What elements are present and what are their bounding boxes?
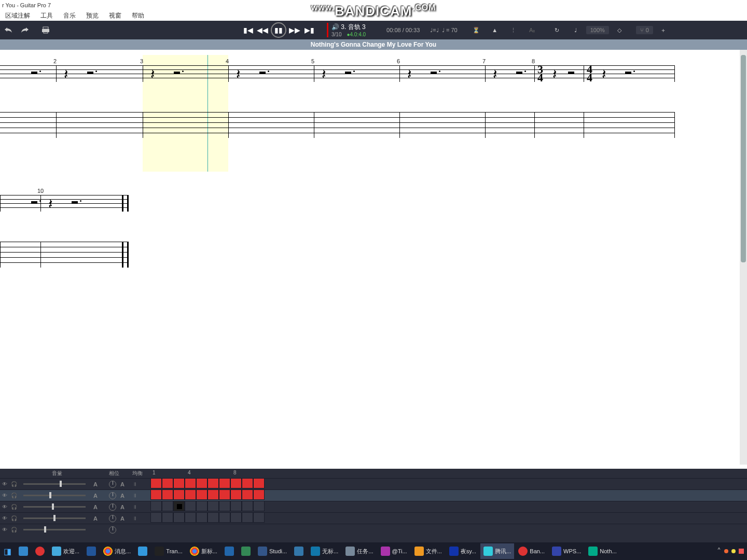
grid-cell[interactable] xyxy=(173,478,185,488)
grid-cell[interactable] xyxy=(230,478,242,488)
loop-icon[interactable]: ↻ xyxy=(550,23,564,37)
volume-slider[interactable] xyxy=(23,495,86,496)
vertical-scrollbar[interactable] xyxy=(740,50,747,465)
menu-help[interactable]: 帮助 xyxy=(127,10,149,21)
volume-slider[interactable] xyxy=(23,529,86,530)
grid-cell[interactable] xyxy=(185,501,196,511)
grid-cell[interactable] xyxy=(219,512,230,523)
track-row[interactable]: 👁🎧 xyxy=(0,524,747,535)
automation-icon[interactable]: A xyxy=(120,481,125,487)
eq-icon[interactable]: ⫴ xyxy=(134,493,136,499)
automation-icon[interactable]: A xyxy=(93,504,98,510)
menu-window[interactable]: 视窗 xyxy=(104,10,127,21)
taskbar-item[interactable]: 任务... xyxy=(342,543,376,559)
taskbar-item[interactable] xyxy=(222,543,237,559)
headphone-icon[interactable]: 🎧 xyxy=(10,481,18,488)
headphone-icon[interactable]: 🎧 xyxy=(10,503,18,511)
taskbar-item[interactable]: 无标... xyxy=(308,543,341,559)
pan-knob[interactable] xyxy=(109,492,116,499)
visibility-icon[interactable]: 👁 xyxy=(1,526,8,534)
start-button[interactable]: ◨ xyxy=(1,543,15,559)
grid-cell[interactable] xyxy=(173,512,185,523)
pan-knob[interactable] xyxy=(109,526,116,534)
countdown-icon[interactable]: ▲ xyxy=(488,23,502,37)
taskbar-item[interactable]: @Ti... xyxy=(378,543,410,559)
eq-icon[interactable]: ⫴ xyxy=(134,481,136,487)
automation-icon[interactable]: A xyxy=(93,515,98,522)
grid-cell[interactable] xyxy=(150,478,162,488)
taskbar-item[interactable]: 消息... xyxy=(100,543,134,559)
grid-cell[interactable] xyxy=(242,478,253,488)
tray-icon[interactable] xyxy=(739,549,744,554)
add-icon[interactable]: ＋ xyxy=(656,23,671,37)
taskbar-item[interactable] xyxy=(84,543,99,559)
more-icon[interactable]: ⋮ xyxy=(506,23,521,37)
grid-cell[interactable] xyxy=(242,512,253,523)
taskbar-item[interactable]: 夜sy... xyxy=(446,543,479,559)
automation-icon[interactable]: A xyxy=(120,504,125,510)
taskbar-item[interactable]: 欢迎... xyxy=(49,543,82,559)
metronome-icon[interactable]: ⏳ xyxy=(469,23,483,37)
zoom-level[interactable]: 100% xyxy=(586,26,609,34)
grid-cell[interactable] xyxy=(150,501,162,511)
scrollbar-thumb[interactable] xyxy=(741,55,746,262)
pause-button[interactable]: ▮▮ xyxy=(271,22,286,38)
score-area[interactable]: 2345678𝄽𝄽𝄽𝄽𝄽𝄽34𝄽44𝄽10𝄽 xyxy=(0,50,747,465)
grid-cell[interactable] xyxy=(173,489,185,500)
pan-knob[interactable] xyxy=(109,481,116,488)
go-end-button[interactable]: ▶▮ xyxy=(303,24,315,36)
rewind-button[interactable]: ◀◀ xyxy=(256,24,269,36)
grid-cell[interactable] xyxy=(150,489,162,500)
undo-button[interactable] xyxy=(1,23,16,37)
pan-knob[interactable] xyxy=(109,515,116,522)
volume-slider[interactable] xyxy=(23,483,86,485)
taskbar-item[interactable] xyxy=(238,543,254,559)
track-row[interactable]: 👁🎧AA⫴ xyxy=(0,489,747,501)
track-name[interactable]: 3. 音轨 3 xyxy=(341,23,365,31)
grid-cell[interactable] xyxy=(208,478,219,488)
grid-cell[interactable] xyxy=(219,501,230,511)
taskbar-item[interactable] xyxy=(135,543,150,559)
taskbar-item[interactable]: Studi... xyxy=(255,543,290,559)
text-size-icon[interactable]: A₂ xyxy=(525,23,540,37)
eq-icon[interactable]: ⫴ xyxy=(134,504,136,510)
grid-cell[interactable] xyxy=(196,489,208,500)
headphone-icon[interactable]: 🎧 xyxy=(10,515,18,522)
grid-cell[interactable] xyxy=(253,489,265,500)
grid-cell[interactable] xyxy=(173,501,185,511)
grid-cell[interactable] xyxy=(253,512,265,523)
fretboard-control[interactable]: ⑂ 0 xyxy=(636,26,653,34)
grid-cell[interactable] xyxy=(230,489,242,500)
grid-cell[interactable] xyxy=(242,501,253,511)
grid-cell[interactable] xyxy=(242,489,253,500)
volume-slider[interactable] xyxy=(23,506,86,508)
taskbar-item[interactable]: 新标... xyxy=(187,543,220,559)
taskbar-item[interactable]: Noth... xyxy=(585,543,619,559)
tray-chevron-icon[interactable]: ˄ xyxy=(717,547,721,556)
visibility-icon[interactable]: 👁 xyxy=(1,481,8,488)
automation-icon[interactable]: A xyxy=(93,481,98,487)
visibility-icon[interactable]: 👁 xyxy=(1,503,8,511)
pan-knob[interactable] xyxy=(109,503,116,511)
grid-cell[interactable] xyxy=(219,478,230,488)
visibility-icon[interactable]: 👁 xyxy=(1,515,8,522)
print-button[interactable] xyxy=(38,23,53,37)
grid-cell[interactable] xyxy=(196,512,208,523)
track-row[interactable]: 👁🎧AA⫴ xyxy=(0,512,747,524)
eq-icon[interactable]: ⫴ xyxy=(134,515,136,522)
grid-cell[interactable] xyxy=(150,512,162,523)
headphone-icon[interactable]: 🎧 xyxy=(10,492,18,499)
grid-cell[interactable] xyxy=(230,501,242,511)
grid-cell[interactable] xyxy=(185,512,196,523)
grid-cell[interactable] xyxy=(162,489,173,500)
automation-icon[interactable]: A xyxy=(120,515,125,522)
automation-icon[interactable]: A xyxy=(93,493,98,499)
grid-cell[interactable] xyxy=(253,501,265,511)
taskbar-item[interactable]: Tran... xyxy=(151,543,185,559)
grid-cell[interactable] xyxy=(185,489,196,500)
go-start-button[interactable]: ▮◀ xyxy=(242,24,254,36)
grid-cell[interactable] xyxy=(253,478,265,488)
automation-icon[interactable]: A xyxy=(120,493,125,499)
menu-tools[interactable]: 工具 xyxy=(35,10,58,21)
zoom-step-icon[interactable]: ◇ xyxy=(612,23,627,37)
